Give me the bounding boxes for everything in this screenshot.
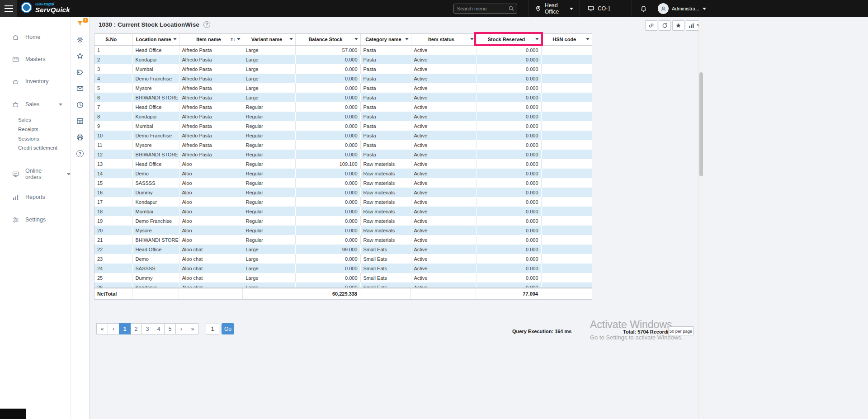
clock-icon[interactable] bbox=[75, 100, 85, 110]
filter-caret-icon[interactable] bbox=[173, 38, 177, 40]
vertical-scrollbar[interactable] bbox=[698, 17, 703, 419]
col-header-category-name[interactable]: Category name bbox=[360, 34, 411, 45]
col-header-balance-stock[interactable]: Balance Stock bbox=[295, 34, 360, 45]
pagination-page-1[interactable]: 1 bbox=[119, 323, 131, 334]
search-icon[interactable] bbox=[508, 5, 514, 12]
table-row[interactable]: 20MysoreAlooRegular0.000Raw materialsAct… bbox=[94, 226, 592, 235]
col-header-location-name[interactable]: Location name bbox=[132, 34, 179, 45]
table-row[interactable]: 26KondapurAloo chatLarge0.000Small EatsA… bbox=[94, 282, 592, 288]
sidebar-subitem-credit-settlement[interactable]: Credit settlement bbox=[0, 143, 71, 152]
location-selector[interactable]: Head Office bbox=[528, 0, 580, 17]
terminal-label: CO-1 bbox=[598, 5, 611, 12]
per-page-select[interactable]: 50 per page bbox=[668, 326, 693, 335]
report-help-icon[interactable] bbox=[203, 21, 210, 28]
filter-caret-icon[interactable] bbox=[535, 38, 539, 40]
link-button[interactable] bbox=[645, 20, 657, 31]
table-row[interactable]: 15SASSSSAlooRegular0.000Raw materialsAct… bbox=[94, 178, 592, 188]
favorite-button[interactable] bbox=[672, 20, 684, 31]
filter-caret-icon[interactable] bbox=[237, 38, 241, 40]
table-row[interactable]: 9MumbaiAlfredo PastaRegular0.000PastaAct… bbox=[94, 121, 592, 131]
table-row[interactable]: 3MumbaiAlfredo PastaLarge0.000PastaActiv… bbox=[94, 64, 592, 74]
table-row[interactable]: 1Head OfficeAlfredo PastaLarge57.000Past… bbox=[94, 45, 592, 55]
table-row[interactable]: 12BHIWANDI STOREAlfredo PastaRegular0.00… bbox=[94, 150, 592, 159]
sidebar-item-sales[interactable]: Sales bbox=[0, 98, 71, 111]
sidebar-item-masters[interactable]: Masters bbox=[0, 53, 71, 66]
filter-caret-icon[interactable] bbox=[470, 38, 474, 40]
table-row[interactable]: 8KondapurAlfredo PastaRegular0.000PastaA… bbox=[94, 112, 592, 121]
net-total-stock-reserved: 77.004 bbox=[476, 288, 541, 299]
menu-icon[interactable] bbox=[0, 0, 17, 17]
table-row[interactable]: 19Demo FranchiseAlooRegular0.000Raw mate… bbox=[94, 216, 592, 226]
table-row[interactable]: 6BHIWANDI STOREAlfredo PastaLarge0.000Pa… bbox=[94, 93, 592, 102]
pagination-first[interactable]: « bbox=[96, 323, 108, 334]
filter-icon[interactable]: 1 bbox=[75, 19, 85, 28]
gear-icon[interactable] bbox=[75, 35, 85, 45]
sidebar-item-reports[interactable]: Reports bbox=[0, 191, 71, 203]
sidebar-item-home[interactable]: Home bbox=[0, 31, 71, 43]
filter-caret-icon[interactable] bbox=[354, 38, 358, 40]
pagination-page-2[interactable]: 2 bbox=[130, 323, 142, 334]
table-row[interactable]: 18MumbaiAlooRegular0.000Raw materialsAct… bbox=[94, 207, 592, 216]
refresh-button[interactable] bbox=[659, 20, 671, 31]
col-header-item-name[interactable]: Item nameT↓ bbox=[179, 34, 243, 45]
terminal-selector[interactable]: CO-1 bbox=[580, 0, 632, 17]
table-row[interactable]: 11MysoreAlfredo PastaRegular0.000PastaAc… bbox=[94, 140, 592, 150]
search-input[interactable] bbox=[455, 6, 508, 11]
pagination-last[interactable]: » bbox=[187, 323, 198, 334]
topbar: GoFrugal ServQuick Head Office CO-1 Admi… bbox=[0, 0, 868, 17]
chevron-down-icon bbox=[67, 173, 71, 175]
table-row[interactable]: 7Head OfficeAlfredo PastaRegular0.000Pas… bbox=[94, 102, 592, 112]
star-icon[interactable] bbox=[75, 51, 85, 61]
table-row[interactable]: 5MysoreAlfredo PastaLarge0.000PastaActiv… bbox=[94, 83, 592, 93]
bell-icon bbox=[640, 5, 647, 13]
table-row[interactable]: 10Demo FranchiseAlfredo PastaRegular0.00… bbox=[94, 131, 592, 140]
sidebar-subitem-sales[interactable]: Sales bbox=[0, 115, 71, 124]
filter-caret-icon[interactable] bbox=[289, 38, 293, 40]
table-row[interactable]: 25DummyAloo chatLarge0.000Small EatsActi… bbox=[94, 273, 592, 282]
pagination-page-5[interactable]: 5 bbox=[164, 323, 176, 334]
tag-icon[interactable] bbox=[75, 67, 85, 77]
sidebar-item-inventory[interactable]: Inventory bbox=[0, 75, 71, 88]
pagination-page-4[interactable]: 4 bbox=[153, 323, 165, 334]
grid-icon[interactable] bbox=[75, 116, 85, 126]
filter-caret-icon[interactable] bbox=[586, 38, 590, 40]
sidebar-item-settings[interactable]: Settings bbox=[0, 213, 71, 226]
sidebar-item-label: Reports bbox=[25, 194, 45, 200]
printer-icon[interactable] bbox=[75, 132, 85, 142]
table-row[interactable]: 14DemoAlooRegular0.000Raw materialsActiv… bbox=[94, 169, 592, 178]
filter-caret-icon[interactable] bbox=[405, 38, 409, 40]
col-header-stock-reserved[interactable]: Stock Reserved bbox=[476, 34, 541, 45]
sidebar-subitem-receipts[interactable]: Receipts bbox=[0, 125, 71, 134]
brand-name-bottom: ServQuick bbox=[35, 6, 70, 14]
query-execution-time: Query Execution: 164 ms bbox=[512, 329, 571, 334]
pagination-page-3[interactable]: 3 bbox=[142, 323, 153, 334]
table-row[interactable]: 17KondapurAlooRegular0.000Raw materialsA… bbox=[94, 197, 592, 207]
scrollbar-thumb[interactable] bbox=[699, 72, 703, 176]
envelope-icon[interactable] bbox=[75, 84, 85, 94]
table-row[interactable]: 16DummyAlooRegular0.000Raw materialsActi… bbox=[94, 188, 592, 197]
sidebar-subitem-sessions[interactable]: Sessions bbox=[0, 134, 71, 143]
help-icon[interactable] bbox=[75, 149, 85, 159]
col-header-variant-name[interactable]: Variant name bbox=[243, 34, 295, 45]
sidebar-item-label: Inventory bbox=[25, 78, 48, 85]
table-row[interactable]: 23DemoAloo chatLarge0.000Small EatsActiv… bbox=[94, 254, 592, 264]
notifications-bell[interactable] bbox=[635, 0, 652, 17]
pagination-prev[interactable]: ‹ bbox=[108, 323, 119, 334]
user-menu[interactable]: Administra... bbox=[653, 0, 709, 17]
sort-indicator: T↓ bbox=[231, 37, 236, 42]
col-header-hsn-code[interactable]: HSN code bbox=[541, 34, 592, 45]
table-row[interactable]: 13Head OfficeAlooRegular109.100Raw mater… bbox=[94, 159, 592, 169]
sidebar-item-online-orders[interactable]: Online orders bbox=[0, 168, 71, 180]
pagination-next[interactable]: › bbox=[175, 323, 187, 334]
go-button[interactable]: Go bbox=[222, 323, 234, 334]
table-row[interactable]: 2KondapurAlfredo PastaLarge0.000PastaAct… bbox=[94, 55, 592, 64]
chevron-down-icon bbox=[59, 104, 62, 106]
table-row[interactable]: 4Demo FranchiseAlfredo PastaLarge0.000Pa… bbox=[94, 74, 592, 83]
table-row[interactable]: 24SASSSSAloo chatLarge0.000Small EatsAct… bbox=[94, 264, 592, 273]
goto-page-input[interactable] bbox=[206, 324, 219, 334]
table-row[interactable]: 21BHIWANDI STOREAlooRegular0.000Raw mate… bbox=[94, 235, 592, 245]
col-header-item-status[interactable]: Item status bbox=[411, 34, 476, 45]
tool-iconbar: 1 bbox=[71, 17, 90, 419]
inventory-icon bbox=[12, 78, 19, 85]
table-row[interactable]: 22Head OfficeAloo chatLarge99.000Small E… bbox=[94, 245, 592, 254]
